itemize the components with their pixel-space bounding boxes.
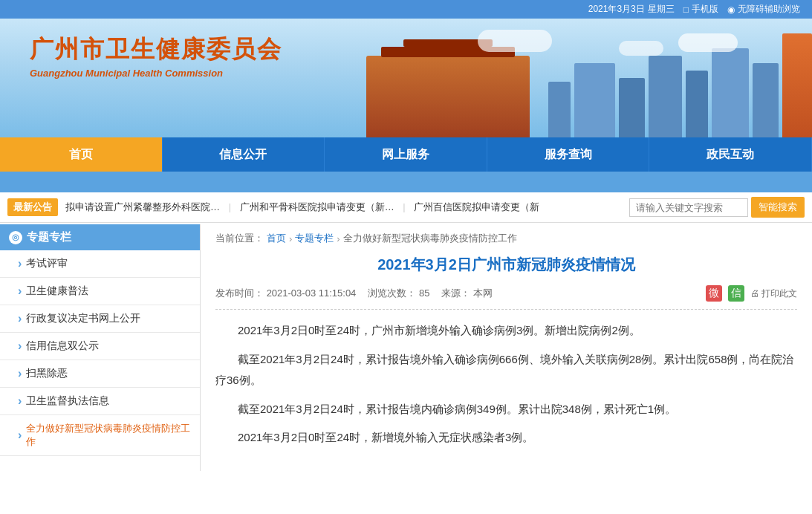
sidebar-item-epidemic-control[interactable]: 全力做好新型冠状病毒肺炎疫情防控工作: [0, 415, 200, 456]
sidebar-item-health-supervision[interactable]: 卫生监督执法信息: [0, 388, 200, 415]
sidebar-item-admin-review[interactable]: 行政复议决定书网上公开: [0, 305, 200, 333]
nav-online-service[interactable]: 网上服务: [325, 137, 487, 172]
main-content: ◎ 专题专栏 考试评审 卫生健康普法 行政复议决定书网上公开 信用信息双公示 扫…: [0, 224, 812, 471]
sidebar-header-icon: ◎: [9, 231, 22, 244]
views-count: 浏览次数： 85: [368, 287, 429, 300]
announcement-label: 最新公告: [7, 198, 58, 216]
sub-nav-bar: [0, 172, 812, 192]
article-body: 2021年3月2日0时至24时，广州市新增境外输入确诊病例3例。新增出院病例2例…: [215, 320, 797, 449]
sidebar-item-anti-crime[interactable]: 扫黑除恶: [0, 360, 200, 388]
article-paragraph-2: 截至2021年3月2日24时，累计报告境外输入确诊病例666例、境外输入关联病例…: [215, 349, 797, 391]
article-meta-right: 微 信 🖨 打印此文: [706, 285, 797, 302]
article-meta: 发布时间： 2021-03-03 11:15:04 浏览次数： 85 来源： 本…: [215, 285, 797, 310]
share-wechat-button[interactable]: 信: [728, 285, 744, 302]
accessibility-link[interactable]: ◉ 无障碍辅助浏览: [727, 3, 800, 16]
logo-en: Guangzhou Municipal Health Commission: [30, 68, 282, 79]
sidebar-header: ◎ 专题专栏: [0, 224, 200, 250]
nav-info-public[interactable]: 信息公开: [163, 137, 325, 172]
temple-building: [366, 56, 530, 137]
mobile-version-link[interactable]: □ 手机版: [683, 3, 718, 16]
share-weibo-button[interactable]: 微: [706, 285, 722, 302]
nav-gov-interaction[interactable]: 政民互动: [649, 137, 812, 172]
article-title: 2021年3月2日广州市新冠肺炎疫情情况: [215, 254, 797, 275]
header-banner: 广州市卫生健康委员会 Guangzhou Municipal Health Co…: [0, 19, 812, 137]
sidebar-item-exam[interactable]: 考试评审: [0, 250, 200, 278]
search-area: 智能搜索: [629, 197, 805, 218]
announcement-text: 拟申请设置广州紧馨整形外科医院… | 广州和平骨科医院拟申请变更（新… | 广州…: [65, 201, 622, 214]
logo-zh: 广州市卫生健康委员会: [30, 33, 282, 66]
nav-service-query[interactable]: 服务查询: [487, 137, 650, 172]
sidebar-item-health-law[interactable]: 卫生健康普法: [0, 278, 200, 305]
date-display: 2021年3月3日 星期三: [588, 3, 675, 16]
print-button[interactable]: 🖨 打印此文: [750, 287, 797, 300]
sidebar: ◎ 专题专栏 考试评审 卫生健康普法 行政复议决定书网上公开 信用信息双公示 扫…: [0, 224, 201, 471]
search-button[interactable]: 智能搜索: [751, 197, 805, 218]
article-area: 当前位置： 首页 › 专题专栏 › 全力做好新型冠状病毒肺炎疫情防控工作 202…: [201, 224, 812, 471]
publish-time: 发布时间： 2021-03-03 11:15:04: [215, 287, 356, 300]
article-meta-left: 发布时间： 2021-03-03 11:15:04 浏览次数： 85 来源： 本…: [215, 287, 706, 300]
breadcrumb-home[interactable]: 首页: [267, 232, 286, 245]
breadcrumb-section[interactable]: 专题专栏: [295, 232, 334, 245]
article-paragraph-4: 2021年3月2日0时至24时，新增境外输入无症状感染者3例。: [215, 427, 797, 449]
announcement-bar: 最新公告 拟申请设置广州紧馨整形外科医院… | 广州和平骨科医院拟申请变更（新……: [0, 192, 812, 223]
article-paragraph-1: 2021年3月2日0时至24时，广州市新增境外输入确诊病例3例。新增出院病例2例…: [215, 320, 797, 342]
search-input[interactable]: [629, 198, 748, 217]
article-source: 来源： 本网: [441, 287, 493, 300]
breadcrumb: 当前位置： 首页 › 专题专栏 › 全力做好新型冠状病毒肺炎疫情防控工作: [215, 232, 797, 245]
breadcrumb-current: 全力做好新型冠状病毒肺炎疫情防控工作: [343, 232, 517, 245]
main-nav: 首页 信息公开 网上服务 服务查询 政民互动: [0, 137, 812, 172]
sidebar-item-credit-info[interactable]: 信用信息双公示: [0, 333, 200, 360]
city-skyline: [366, 26, 812, 137]
top-bar: 2021年3月3日 星期三 □ 手机版 ◉ 无障碍辅助浏览: [0, 0, 812, 19]
logo-area: 广州市卫生健康委员会 Guangzhou Municipal Health Co…: [30, 33, 282, 79]
breadcrumb-label: 当前位置：: [215, 232, 264, 245]
nav-home[interactable]: 首页: [0, 137, 163, 172]
article-paragraph-3: 截至2021年3月2日24时，累计报告境内确诊病例349例。累计出院348例，累…: [215, 399, 797, 420]
